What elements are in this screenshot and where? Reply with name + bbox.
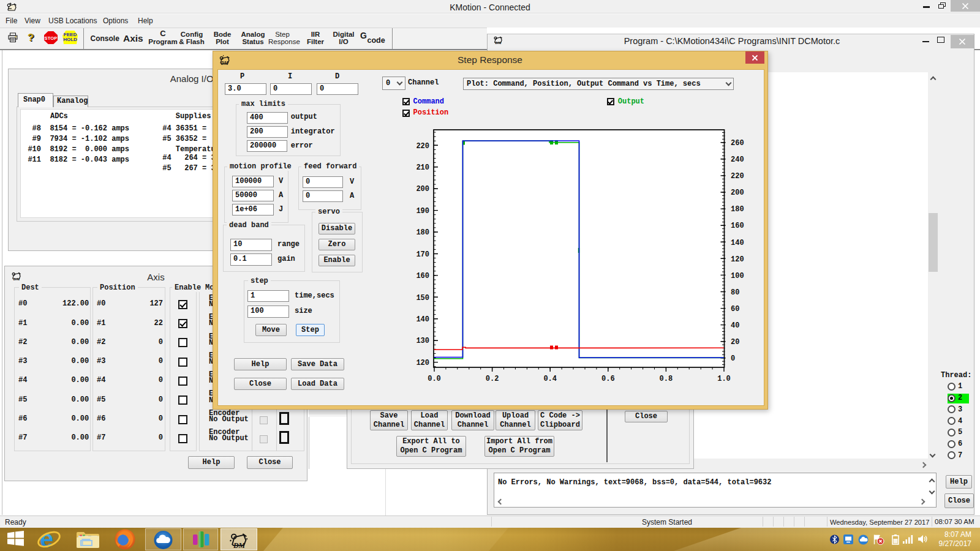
svg-text:180: 180 xyxy=(417,228,429,237)
svg-text:140: 140 xyxy=(731,239,744,247)
svg-text:200: 200 xyxy=(731,189,744,197)
svg-text:160: 160 xyxy=(731,222,744,230)
svg-text:e: e xyxy=(40,527,53,551)
svg-text:200: 200 xyxy=(417,185,429,193)
svg-text:260: 260 xyxy=(731,139,744,148)
svg-text:220: 220 xyxy=(417,142,429,151)
svg-text:0.8: 0.8 xyxy=(660,375,673,383)
svg-text:DM: DM xyxy=(221,61,228,66)
svg-text:80: 80 xyxy=(731,288,739,297)
svg-text:240: 240 xyxy=(731,156,744,164)
svg-text:120: 120 xyxy=(417,359,429,367)
svg-text:160: 160 xyxy=(417,272,429,280)
svg-text:180: 180 xyxy=(731,205,744,214)
svg-text:140: 140 xyxy=(417,315,429,324)
svg-text:130: 130 xyxy=(417,337,429,345)
svg-text:1.0: 1.0 xyxy=(717,375,731,383)
svg-text:DM: DM xyxy=(233,541,246,549)
svg-text:210: 210 xyxy=(417,163,429,172)
svg-text:150: 150 xyxy=(417,294,429,302)
svg-text:220: 220 xyxy=(731,172,744,181)
svg-text:0.6: 0.6 xyxy=(601,375,615,383)
svg-text:190: 190 xyxy=(417,207,429,216)
svg-text:0: 0 xyxy=(731,354,735,363)
svg-text:60: 60 xyxy=(731,305,739,313)
svg-text:120: 120 xyxy=(731,255,744,264)
svg-text:DM: DM xyxy=(495,40,502,45)
svg-text:100: 100 xyxy=(731,272,744,280)
svg-text:0.4: 0.4 xyxy=(543,375,557,383)
svg-text:170: 170 xyxy=(417,250,429,259)
svg-text:0.2: 0.2 xyxy=(486,375,499,383)
svg-text:0.0: 0.0 xyxy=(428,375,441,383)
svg-text:20: 20 xyxy=(731,338,739,347)
svg-text:40: 40 xyxy=(731,321,739,330)
